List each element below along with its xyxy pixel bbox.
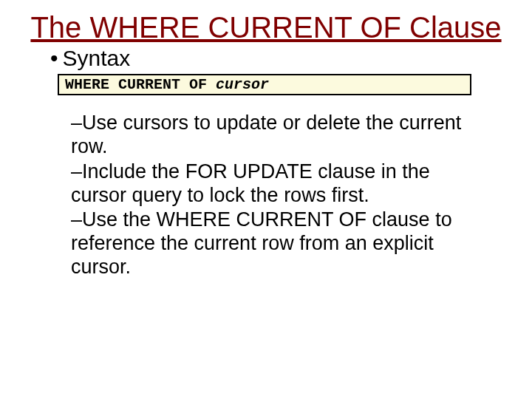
code-prefix: WHERE CURRENT OF [65, 76, 216, 93]
syntax-code-box: WHERE CURRENT OF cursor [58, 74, 471, 95]
list-item-text: Include the FOR UPDATE clause in the cur… [71, 160, 430, 206]
code-cursor-token: cursor [216, 76, 269, 93]
bullet-list: –Use cursors to update or delete the cur… [71, 112, 480, 279]
syntax-heading: •Syntax [50, 46, 532, 71]
list-item-text: Use cursors to update or delete the curr… [71, 112, 461, 157]
syntax-label-text: Syntax [63, 46, 131, 70]
list-item: –Include the FOR UPDATE clause in the cu… [71, 160, 480, 208]
code-text: WHERE CURRENT OF cursor [65, 76, 269, 93]
list-item-text: Use the WHERE CURRENT OF clause to refer… [71, 208, 452, 278]
bullet-icon: • [50, 46, 58, 71]
list-item: –Use cursors to update or delete the cur… [71, 112, 480, 159]
list-item: –Use the WHERE CURRENT OF clause to refe… [71, 208, 480, 279]
slide-title: The WHERE CURRENT OF Clause [30, 10, 502, 44]
dash-icon: – [71, 160, 82, 183]
slide: The WHERE CURRENT OF Clause •Syntax WHER… [0, 10, 532, 399]
dash-icon: – [71, 112, 82, 134]
dash-icon: – [71, 208, 82, 231]
